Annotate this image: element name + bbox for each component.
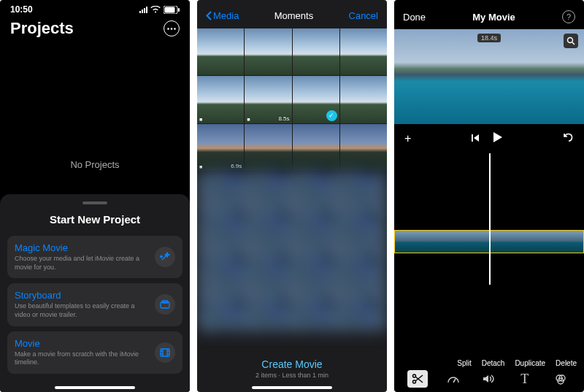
home-indicator[interactable]	[55, 386, 135, 389]
svg-point-4	[171, 28, 173, 30]
create-movie-label: Create Movie	[197, 358, 387, 370]
status-bar: 10:50	[0, 0, 190, 15]
video-icon: ■	[199, 117, 202, 122]
page-title: Projects	[10, 19, 74, 38]
svg-rect-2	[178, 8, 180, 12]
svg-rect-17	[472, 134, 473, 142]
create-movie-sub: 2 items · Less than 1 min	[197, 372, 387, 379]
help-button[interactable]: ?	[562, 10, 575, 23]
status-icons	[139, 6, 180, 14]
wand-icon	[155, 247, 175, 267]
option-title: Storyboard	[15, 290, 147, 301]
edit-action-row: Split Detach Duplicate Delete	[457, 359, 577, 367]
video-icon: ■	[199, 164, 202, 169]
svg-point-15	[568, 38, 573, 43]
home-indicator[interactable]	[252, 386, 332, 389]
media-thumb[interactable]	[245, 28, 291, 75]
video-preview[interactable]: 18.4s	[394, 29, 584, 124]
media-thumb[interactable]	[293, 28, 339, 75]
search-icon	[566, 36, 575, 45]
option-movie[interactable]: Movie Make a movie from scratch with the…	[7, 331, 182, 374]
svg-line-16	[572, 42, 575, 45]
media-thumb[interactable]: ■8.5s	[245, 76, 291, 123]
play-icon	[493, 131, 503, 143]
timeline[interactable]	[394, 153, 584, 285]
undo-button[interactable]	[562, 132, 574, 145]
option-magic-movie[interactable]: Magic Movie Choose your media and let iM…	[7, 236, 182, 278]
nav-title: Moments	[274, 10, 313, 21]
media-thumb[interactable]: ■6.9s	[197, 124, 244, 171]
text-tool[interactable]: T	[515, 370, 535, 388]
more-button[interactable]	[164, 20, 180, 36]
play-button[interactable]	[493, 131, 503, 146]
done-button[interactable]: Done	[403, 12, 426, 23]
media-thumb[interactable]	[340, 28, 387, 75]
tool-row: T	[394, 370, 584, 388]
screen1-header: Projects	[0, 15, 190, 42]
media-grid: ■ ■8.5s ✓ ■6.9s	[197, 28, 387, 171]
cancel-button[interactable]: Cancel	[349, 10, 378, 21]
option-subtitle: Choose your media and let iMovie create …	[15, 255, 147, 272]
transport-bar: +	[394, 124, 584, 153]
detach-button[interactable]: Detach	[482, 359, 505, 367]
zoom-button[interactable]	[564, 34, 578, 48]
playhead[interactable]	[489, 153, 491, 285]
more-icon	[167, 28, 176, 30]
volume-icon	[483, 374, 496, 384]
split-button[interactable]: Split	[457, 359, 471, 367]
battery-icon	[164, 6, 180, 14]
storyboard-icon	[155, 294, 175, 315]
status-time: 10:50	[10, 4, 33, 15]
media-thumb[interactable]	[340, 124, 387, 171]
speed-tool[interactable]	[443, 370, 464, 388]
empty-state-text: No Projects	[0, 42, 190, 214]
panel-grabber[interactable]	[82, 201, 107, 204]
duplicate-button[interactable]: Duplicate	[515, 359, 545, 367]
filter-icon	[555, 373, 566, 385]
media-thumb-selected[interactable]: ✓	[293, 76, 339, 123]
media-thumb[interactable]: ■	[197, 76, 244, 123]
svg-rect-8	[161, 349, 169, 356]
nav-bar: Media Moments Cancel	[197, 0, 387, 28]
editor-nav: Done My Movie ?	[394, 0, 584, 29]
media-thumb[interactable]	[245, 124, 291, 171]
option-subtitle: Use beautiful templates to easily create…	[15, 302, 147, 319]
volume-tool[interactable]	[479, 370, 499, 388]
new-project-panel: Start New Project Magic Movie Choose you…	[0, 194, 190, 392]
scissors-tool[interactable]	[407, 370, 428, 388]
create-movie-bar[interactable]: Create Movie 2 items · Less than 1 min	[197, 358, 387, 379]
option-storyboard[interactable]: Storyboard Use beautiful templates to ea…	[7, 283, 182, 326]
undo-icon	[562, 132, 574, 142]
media-thumb[interactable]	[197, 28, 244, 75]
wifi-icon	[150, 6, 161, 13]
movie-title: My Movie	[472, 12, 515, 23]
panel-title: Start New Project	[7, 213, 182, 226]
media-thumb[interactable]	[293, 124, 339, 171]
check-icon: ✓	[326, 110, 337, 121]
add-button[interactable]: +	[404, 132, 411, 145]
speedometer-icon	[447, 374, 460, 384]
filter-tool[interactable]	[550, 370, 571, 388]
svg-line-22	[453, 379, 456, 383]
time-badge: 18.4s	[477, 34, 501, 42]
option-title: Magic Movie	[15, 242, 147, 253]
media-picker-screen: Media Moments Cancel ■ ■8.5s ✓ ■6.9s Cre…	[197, 0, 387, 392]
timeline-clip[interactable]	[394, 230, 489, 253]
film-icon	[155, 342, 175, 363]
back-label: Media	[213, 10, 239, 21]
thumb-duration: 8.5s	[278, 115, 289, 122]
editor-screen: Done My Movie ? 18.4s + Split	[394, 0, 584, 392]
skip-start-button[interactable]	[471, 132, 480, 145]
option-title: Movie	[15, 338, 147, 349]
svg-point-5	[174, 28, 176, 30]
thumb-duration: 6.9s	[231, 163, 242, 169]
skip-start-icon	[471, 134, 480, 142]
svg-point-3	[167, 28, 169, 30]
option-subtitle: Make a movie from scratch with the iMovi…	[15, 350, 147, 367]
back-button[interactable]: Media	[206, 10, 239, 21]
chevron-left-icon	[206, 11, 212, 20]
blurred-background	[197, 171, 387, 331]
media-thumb[interactable]	[340, 76, 387, 123]
delete-button[interactable]: Delete	[556, 359, 577, 367]
timeline-clip[interactable]	[489, 230, 585, 253]
